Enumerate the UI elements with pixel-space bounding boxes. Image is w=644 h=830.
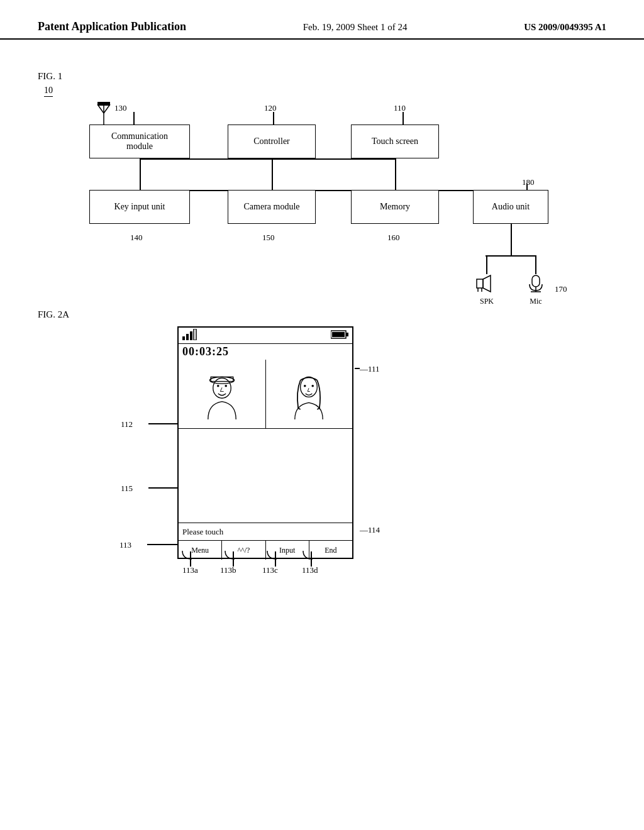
svg-rect-9 xyxy=(532,275,540,287)
patent-header: Patent Application Publication Feb. 19, … xyxy=(0,0,644,40)
svg-line-1 xyxy=(97,104,104,113)
antenna-icon xyxy=(94,102,113,127)
svg-rect-12 xyxy=(182,336,185,340)
arc-113d xyxy=(292,550,314,560)
spk-icon: SPK xyxy=(475,274,498,306)
svg-rect-5 xyxy=(477,279,483,288)
controller-box: Controller xyxy=(228,124,316,158)
fig1-device-ref: 10 xyxy=(44,86,53,96)
arc-113a xyxy=(171,550,193,560)
ref-111-label: —111 xyxy=(360,364,380,374)
ref-150-label: 150 xyxy=(262,233,275,243)
ref-114-label: —114 xyxy=(360,525,380,535)
ref-160-label: 160 xyxy=(387,233,400,243)
top-h-line xyxy=(140,158,395,160)
vline-mic xyxy=(535,255,536,274)
signal-icon xyxy=(182,329,200,343)
svg-point-26 xyxy=(312,384,314,387)
input-bar: Please touch xyxy=(179,523,352,541)
line-130 xyxy=(133,112,135,124)
vline-comm xyxy=(140,158,141,190)
ref-113a-label: 113a xyxy=(182,565,198,575)
arc-113c xyxy=(256,550,278,560)
mic-icon: Mic xyxy=(525,274,547,306)
spk-mic-h-line xyxy=(486,255,536,257)
svg-point-23 xyxy=(225,384,227,387)
ref-113b-label: 113b xyxy=(220,565,236,575)
mic-label: Mic xyxy=(525,297,547,306)
ref-120-label: 120 xyxy=(264,103,277,113)
time-display: 00:03:25 xyxy=(179,344,352,360)
lower-h-line xyxy=(140,190,530,191)
key-input-unit-box: Key input unit xyxy=(89,190,190,224)
line-113-h xyxy=(147,544,177,545)
svg-point-22 xyxy=(217,384,219,387)
ref-130-label: 130 xyxy=(114,103,127,113)
publication-title: Patent Application Publication xyxy=(38,20,186,33)
svg-marker-4 xyxy=(97,102,110,106)
audio-unit-box: Audio unit xyxy=(473,190,548,224)
svg-rect-15 xyxy=(194,329,196,340)
publication-number: US 2009/0049395 A1 xyxy=(524,22,606,33)
vline-ctrl xyxy=(272,158,273,190)
ref-115-label: 115 xyxy=(121,484,133,494)
svg-rect-13 xyxy=(186,334,189,340)
svg-rect-17 xyxy=(346,333,348,336)
svg-point-25 xyxy=(304,384,306,387)
ref-140-label: 140 xyxy=(130,233,143,243)
line-120 xyxy=(273,112,274,124)
fig2a-label: FIG. 2A xyxy=(38,309,606,320)
battery-icon xyxy=(331,329,348,342)
publication-date-sheet: Feb. 19, 2009 Sheet 1 of 24 xyxy=(303,22,408,33)
line-110 xyxy=(402,112,404,124)
spk-label: SPK xyxy=(475,297,498,306)
callee-video xyxy=(266,360,353,428)
ref-110-label: 110 xyxy=(394,103,406,113)
ref-112-label: 112 xyxy=(121,419,133,429)
camera-module-box: Camera module xyxy=(228,190,316,224)
svg-line-2 xyxy=(104,104,110,113)
callee-avatar xyxy=(287,369,331,419)
phone-diagram: 00:03:25 xyxy=(52,326,592,634)
vline-spk xyxy=(486,255,487,274)
main-content: FIG. 1 10 130 120 110 Communicationmod xyxy=(0,40,644,647)
block-diagram: 130 120 110 Communicationmodule Controll… xyxy=(52,102,592,297)
line-115-h xyxy=(148,487,177,489)
ref-113d-label: 113d xyxy=(302,565,318,575)
ref-113c-label: 113c xyxy=(262,565,278,575)
status-bar xyxy=(179,328,352,344)
svg-rect-18 xyxy=(332,332,345,337)
ref-113-label: 113 xyxy=(119,540,131,550)
video-area xyxy=(179,360,352,429)
line-112-h xyxy=(148,423,177,424)
communication-module-box: Communicationmodule xyxy=(89,124,190,158)
softkey-end[interactable]: End xyxy=(309,541,352,560)
please-touch-text: Please touch xyxy=(182,527,223,537)
text-area xyxy=(179,429,352,523)
phone-screen: 00:03:25 xyxy=(177,326,353,559)
caller-avatar xyxy=(200,369,244,419)
vline-audio xyxy=(511,224,512,255)
svg-marker-6 xyxy=(483,275,491,292)
vline-touch xyxy=(395,158,396,190)
caller-video xyxy=(179,360,266,428)
svg-point-24 xyxy=(301,377,318,397)
ref-180-label: 180 xyxy=(522,177,535,187)
arc-113b xyxy=(214,550,236,560)
ref-170-label: 170 xyxy=(555,284,567,294)
fig1-label: FIG. 1 xyxy=(38,71,606,82)
line-111 xyxy=(355,368,360,369)
memory-box: Memory xyxy=(351,190,439,224)
svg-rect-14 xyxy=(190,331,192,340)
touch-screen-box: Touch screen xyxy=(351,124,439,158)
